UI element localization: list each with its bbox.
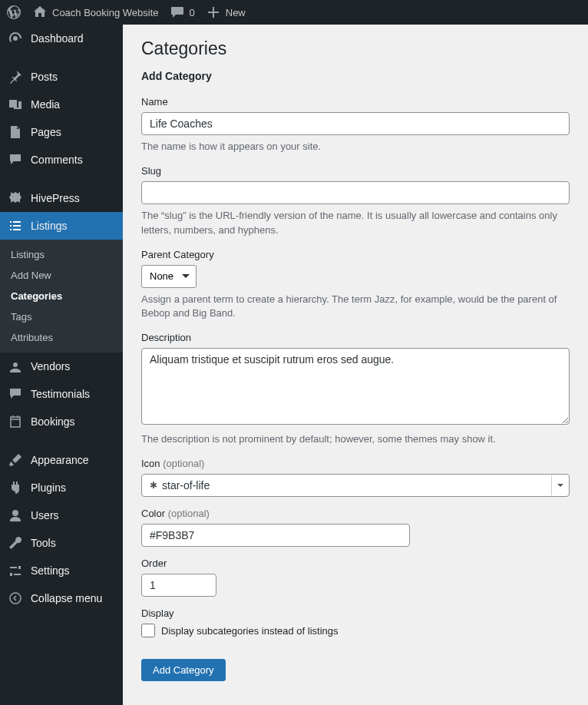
form-subtitle: Add Category xyxy=(141,70,570,82)
plug-icon xyxy=(8,480,23,495)
menu-label: Settings xyxy=(31,564,70,577)
menu-label: HivePress xyxy=(31,192,80,204)
menu-testimonials[interactable]: Testimonials xyxy=(0,380,123,408)
checkbox-display-subcategories[interactable] xyxy=(141,624,155,637)
select-parent-wrap: None xyxy=(141,265,197,288)
menu-users[interactable]: Users xyxy=(0,501,123,529)
label-icon: Icon (optional) xyxy=(141,458,570,469)
menu-label: Posts xyxy=(31,71,58,83)
field-name: Name The name is how it appears on your … xyxy=(141,96,570,154)
submenu-attributes[interactable]: Attributes xyxy=(0,327,123,348)
menu-comments[interactable]: Comments xyxy=(0,146,123,174)
label-name: Name xyxy=(141,96,570,108)
menu-label: Plugins xyxy=(31,482,66,494)
menu-label: Bookings xyxy=(31,415,75,428)
help-name: The name is how it appears on your site. xyxy=(141,140,570,154)
field-description: Description The description is not promi… xyxy=(141,332,570,447)
submenu-add-new[interactable]: Add New xyxy=(0,265,123,286)
menu-dashboard[interactable]: Dashboard xyxy=(0,25,123,52)
label-color-text: Color xyxy=(141,508,165,519)
input-slug[interactable] xyxy=(141,181,570,204)
field-order: Order xyxy=(141,558,570,597)
list-icon xyxy=(8,218,23,233)
menu-plugins[interactable]: Plugins xyxy=(0,474,123,501)
menu-hivepress[interactable]: HivePress xyxy=(0,184,123,212)
menu-pages[interactable]: Pages xyxy=(0,118,123,146)
admin-bar: Coach Booking Website 0 New xyxy=(0,0,588,25)
label-description: Description xyxy=(141,332,570,343)
comments-count: 0 xyxy=(190,7,195,18)
add-category-button[interactable]: Add Category xyxy=(141,659,226,681)
site-link[interactable]: Coach Booking Website xyxy=(32,5,159,20)
select-icon-selected: star-of-life xyxy=(162,479,210,492)
new-link[interactable]: New xyxy=(206,5,246,20)
label-optional: (optional) xyxy=(168,508,210,519)
plus-icon xyxy=(206,5,221,20)
checkbox-label: Display subcategories instead of listing… xyxy=(161,625,339,637)
label-parent: Parent Category xyxy=(141,249,570,260)
collapse-icon xyxy=(8,591,23,606)
menu-label: Testimonials xyxy=(31,388,90,400)
menu-collapse[interactable]: Collapse menu xyxy=(0,584,123,612)
menu-label: Dashboard xyxy=(31,32,84,45)
menu-label: Comments xyxy=(31,154,83,166)
input-order[interactable] xyxy=(141,574,216,597)
field-slug: Slug The “slug” is the URL-friendly vers… xyxy=(141,165,570,238)
menu-appearance[interactable]: Appearance xyxy=(0,446,123,474)
field-display: Display Display subcategories instead of… xyxy=(141,607,570,637)
comment-icon xyxy=(170,5,185,20)
label-display: Display xyxy=(141,607,570,619)
textarea-description[interactable] xyxy=(141,348,570,425)
page-title: Categories xyxy=(141,38,570,59)
submenu-listings: Listings Add New Categories Tags Attribu… xyxy=(0,240,123,352)
menu-label: Pages xyxy=(31,126,61,138)
label-slug: Slug xyxy=(141,165,570,177)
input-color[interactable] xyxy=(141,524,410,547)
menu-label: Collapse menu xyxy=(31,592,102,604)
media-icon xyxy=(8,97,23,112)
new-label: New xyxy=(226,7,246,18)
select-parent[interactable]: None xyxy=(141,265,197,288)
calendar-icon xyxy=(8,414,23,429)
pin-icon xyxy=(8,69,23,84)
select-icon[interactable]: ✱ star-of-life xyxy=(141,474,570,497)
menu-label: Listings xyxy=(31,220,67,232)
menu-media[interactable]: Media xyxy=(0,91,123,118)
user-icon xyxy=(8,508,23,523)
site-title: Coach Booking Website xyxy=(52,7,159,18)
svg-point-0 xyxy=(10,593,21,604)
input-name[interactable] xyxy=(141,112,570,135)
star-of-life-icon: ✱ xyxy=(150,480,157,491)
admin-sidebar: Dashboard Posts Media Pages Comments Hiv… xyxy=(0,25,123,705)
sliders-icon xyxy=(8,563,23,578)
field-color: Color (optional) xyxy=(141,508,570,547)
home-icon xyxy=(32,5,48,20)
comment-icon xyxy=(8,152,23,167)
label-order: Order xyxy=(141,558,570,569)
field-icon: Icon (optional) ✱ star-of-life xyxy=(141,458,570,497)
testimonials-icon xyxy=(8,386,23,402)
hivepress-icon xyxy=(8,190,23,206)
menu-bookings[interactable]: Bookings xyxy=(0,408,123,435)
label-optional: (optional) xyxy=(163,458,204,469)
vendors-icon xyxy=(8,359,23,374)
menu-label: Tools xyxy=(31,537,56,549)
main-content: Categories Add Category Name The name is… xyxy=(123,25,588,705)
wordpress-icon xyxy=(6,5,21,20)
submenu-tags[interactable]: Tags xyxy=(0,306,123,327)
menu-posts[interactable]: Posts xyxy=(0,63,123,91)
menu-label: Vendors xyxy=(31,360,70,372)
menu-tools[interactable]: Tools xyxy=(0,529,123,557)
page-icon xyxy=(8,124,23,140)
submenu-listings-all[interactable]: Listings xyxy=(0,244,123,265)
help-description: The description is not prominent by defa… xyxy=(141,432,570,447)
help-slug: The “slug” is the URL-friendly version o… xyxy=(141,209,570,238)
menu-vendors[interactable]: Vendors xyxy=(0,352,123,380)
wp-logo[interactable] xyxy=(6,5,21,20)
menu-listings[interactable]: Listings xyxy=(0,212,123,240)
dashboard-icon xyxy=(8,31,23,46)
help-parent: Assign a parent term to create a hierarc… xyxy=(141,293,570,322)
menu-settings[interactable]: Settings xyxy=(0,557,123,584)
comments-link[interactable]: 0 xyxy=(170,5,195,20)
submenu-categories[interactable]: Categories xyxy=(0,286,123,306)
